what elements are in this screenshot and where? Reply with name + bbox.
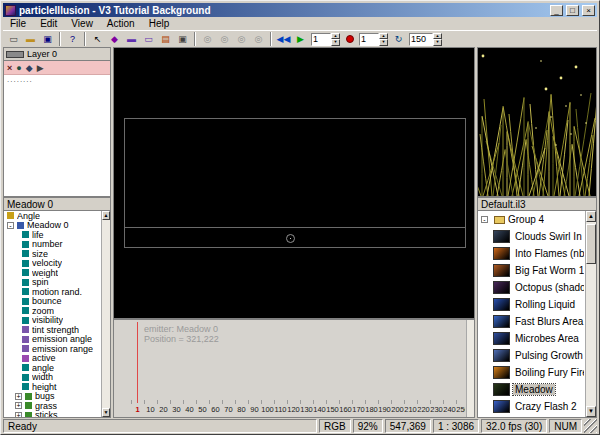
library-item[interactable]: Into Flames (nb): [479, 245, 584, 262]
glow-icon[interactable]: ◎: [233, 32, 250, 47]
spin-down-icon[interactable]: ▼: [331, 39, 340, 46]
tick-70[interactable]: 70: [222, 405, 235, 416]
rewind-icon[interactable]: ◀◀: [275, 32, 292, 47]
layer-color-swatch[interactable]: [6, 51, 24, 58]
tick-20[interactable]: 20: [157, 405, 170, 416]
menu-view[interactable]: View: [64, 18, 100, 29]
library-item[interactable]: Octopus (shadows): [479, 279, 584, 296]
library-item[interactable]: Boiling Fury Fire: [479, 364, 584, 381]
wireframe-icon[interactable]: ◆: [26, 63, 33, 73]
frame-field[interactable]: ▲▼: [311, 33, 340, 46]
save-file-icon[interactable]: ▣: [39, 32, 56, 47]
tree-item-bounce[interactable]: bounce: [5, 297, 101, 307]
collapse-box-icon[interactable]: -: [481, 216, 488, 223]
delete-layer-icon[interactable]: ×: [7, 63, 12, 73]
library-item[interactable]: Clouds Swirl In 2: [479, 228, 584, 245]
help-icon[interactable]: ?: [64, 32, 81, 47]
tree-item-angle[interactable]: Angle: [5, 211, 101, 221]
library-scrollbar[interactable]: ▲ ▼: [585, 211, 596, 417]
scroll-down-icon[interactable]: ▼: [586, 406, 596, 417]
layer-stepper[interactable]: ▲▼: [379, 33, 388, 46]
tick-250[interactable]: 250: [456, 405, 465, 416]
library-item[interactable]: Fast Blurs Area: [479, 313, 584, 330]
library-group[interactable]: -Group 4: [479, 211, 584, 228]
tree-item-height[interactable]: height: [5, 382, 101, 392]
tick-strip[interactable]: 1102030405060708090100110120130140150160…: [114, 405, 465, 416]
tick-190[interactable]: 190: [378, 405, 391, 416]
area-emitter-icon[interactable]: ▭: [140, 32, 157, 47]
tree-item-zoom[interactable]: zoom: [5, 306, 101, 316]
tree-item-spin[interactable]: spin: [5, 278, 101, 288]
tree-item-life[interactable]: life: [5, 230, 101, 240]
library-item[interactable]: Crazy Flash 2: [479, 398, 584, 415]
scroll-up-icon[interactable]: ▲: [586, 211, 596, 222]
library-item[interactable]: Pulsing Growth: [479, 347, 584, 364]
visibility-icon[interactable]: ●: [16, 63, 21, 73]
motion-blur-icon[interactable]: ◎: [199, 32, 216, 47]
library-item[interactable]: Rolling Liquid: [479, 296, 584, 313]
layer-field[interactable]: ▲▼: [359, 33, 388, 46]
tree-item-bugs[interactable]: +bugs: [5, 392, 101, 402]
tick-100[interactable]: 100: [261, 405, 274, 416]
line-emitter-icon[interactable]: ▬: [123, 32, 140, 47]
tick-60[interactable]: 60: [209, 405, 222, 416]
tree-item-emitter[interactable]: -Meadow 0: [5, 221, 101, 231]
tree-item-weight[interactable]: weight: [5, 268, 101, 278]
tick-160[interactable]: 160: [339, 405, 352, 416]
timeline-scrollbar[interactable]: [466, 320, 474, 417]
tree-item-width[interactable]: width: [5, 373, 101, 383]
tick-40[interactable]: 40: [183, 405, 196, 416]
scroll-thumb[interactable]: [586, 224, 596, 264]
tick-240[interactable]: 240: [443, 405, 456, 416]
library-item[interactable]: Big Fat Worm 1: [479, 262, 584, 279]
zoom-field[interactable]: ▲▼: [409, 33, 442, 46]
tree-item-emission-range[interactable]: emission range: [5, 344, 101, 354]
tree-item-velocity[interactable]: velocity: [5, 259, 101, 269]
tick-10[interactable]: 10: [144, 405, 157, 416]
zoom-stepper[interactable]: ▲▼: [433, 33, 442, 46]
open-file-icon[interactable]: ▬: [22, 32, 39, 47]
menu-edit[interactable]: Edit: [33, 18, 64, 29]
library-item[interactable]: Meadow: [479, 381, 584, 398]
tree-item-visibility[interactable]: visibility: [5, 316, 101, 326]
collapse-box-icon[interactable]: -: [7, 222, 14, 229]
play-icon[interactable]: ▶: [292, 32, 309, 47]
expand-box-icon[interactable]: +: [15, 412, 22, 417]
point-emitter-icon[interactable]: ◆: [106, 32, 123, 47]
tree-item-tint-strength[interactable]: tint strength: [5, 325, 101, 335]
frame-input[interactable]: [311, 33, 331, 46]
timeline-panel[interactable]: emitter: Meadow 0 Position = 321,222 110…: [113, 319, 475, 418]
tree-item-grass[interactable]: +grass: [5, 401, 101, 411]
layer-row-selected[interactable]: × ● ◆ ▶: [4, 61, 110, 75]
tree-item-motion-rand-[interactable]: motion rand.: [5, 287, 101, 297]
spin-down-icon[interactable]: ▼: [379, 39, 388, 46]
tick-180[interactable]: 180: [365, 405, 378, 416]
frame-stepper[interactable]: ▲▼: [331, 33, 340, 46]
minimize-button[interactable]: _: [550, 5, 563, 16]
tick-230[interactable]: 230: [430, 405, 443, 416]
tick-150[interactable]: 150: [326, 405, 339, 416]
tick-110[interactable]: 110: [274, 405, 287, 416]
menu-help[interactable]: Help: [142, 18, 177, 29]
new-file-icon[interactable]: ▭: [5, 32, 22, 47]
tick-80[interactable]: 80: [235, 405, 248, 416]
tick-140[interactable]: 140: [313, 405, 326, 416]
tick-50[interactable]: 50: [196, 405, 209, 416]
resize-grip[interactable]: [584, 419, 597, 433]
tree-item-sticks[interactable]: +sticks: [5, 411, 101, 418]
layer-input[interactable]: [359, 33, 379, 46]
expand-box-icon[interactable]: +: [15, 402, 22, 409]
close-button[interactable]: ×: [582, 5, 595, 16]
loop-button[interactable]: ↻: [390, 32, 407, 47]
tick-200[interactable]: 200: [391, 405, 404, 416]
stage-canvas[interactable]: [113, 47, 475, 319]
tree-item-angle[interactable]: angle: [5, 363, 101, 373]
tree-item-active[interactable]: active: [5, 354, 101, 364]
tick-170[interactable]: 170: [352, 405, 365, 416]
select-tool-icon[interactable]: ↖: [89, 32, 106, 47]
record-button[interactable]: [342, 32, 357, 47]
tick-90[interactable]: 90: [248, 405, 261, 416]
render-layer-icon[interactable]: ▶: [37, 63, 44, 73]
zoom-input[interactable]: [409, 33, 433, 46]
emitter-handle[interactable]: [286, 234, 295, 243]
